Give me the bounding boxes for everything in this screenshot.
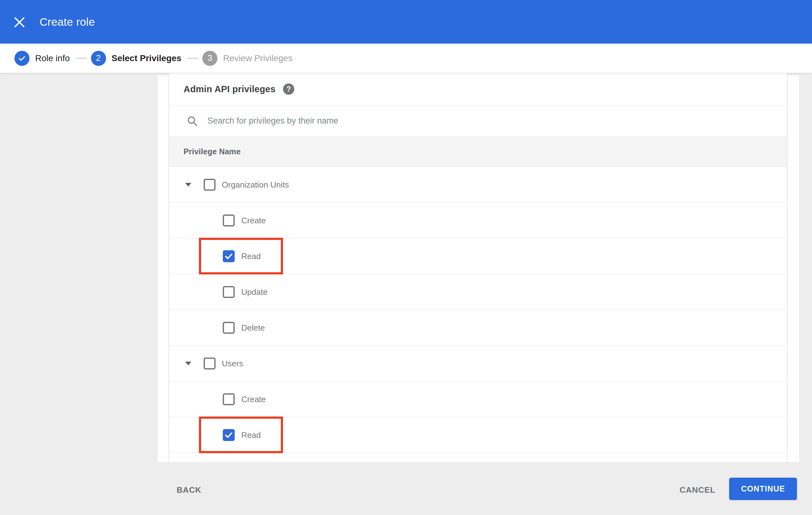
content-sheet: Admin API privileges ? Privilege Name Or… bbox=[158, 73, 799, 462]
privilege-table-body: Organization Units Create Read Update bbox=[169, 167, 787, 453]
privilege-checkbox[interactable] bbox=[223, 322, 235, 334]
cancel-button[interactable]: CANCEL bbox=[676, 483, 719, 497]
dialog-title: Create role bbox=[39, 16, 95, 28]
search-input[interactable] bbox=[207, 116, 647, 126]
privilege-checkbox[interactable] bbox=[223, 286, 235, 298]
card-heading: Admin API privileges ? bbox=[169, 73, 787, 105]
search-icon bbox=[187, 115, 198, 127]
privilege-label: Delete bbox=[241, 323, 265, 332]
privilege-checkbox[interactable] bbox=[223, 250, 235, 262]
collapse-arrow-icon[interactable] bbox=[185, 183, 192, 187]
privilege-checkbox[interactable] bbox=[223, 429, 235, 441]
step-role-info[interactable]: Role info bbox=[14, 51, 70, 66]
continue-button[interactable]: CONTINUE bbox=[729, 478, 797, 500]
step-label: Role info bbox=[35, 53, 70, 63]
privilege-label: Create bbox=[241, 215, 266, 225]
help-icon[interactable]: ? bbox=[283, 84, 294, 95]
collapse-arrow-icon[interactable] bbox=[185, 362, 192, 365]
privilege-checkbox[interactable] bbox=[223, 393, 235, 405]
step-complete-check-icon bbox=[14, 51, 29, 66]
step-label: Review Privileges bbox=[223, 53, 292, 63]
stepper-connector bbox=[187, 58, 198, 59]
privileges-card: Admin API privileges ? Privilege Name Or… bbox=[169, 73, 787, 462]
privilege-label: Create bbox=[241, 394, 266, 404]
step-number: 2 bbox=[91, 51, 106, 66]
privilege-row: Organization Units bbox=[169, 167, 787, 203]
appbar: Create role bbox=[0, 0, 812, 43]
stepper: Role info 2 Select Privileges 3 Review P… bbox=[0, 43, 812, 73]
privilege-label: Update bbox=[241, 287, 268, 297]
section-title: Admin API privileges bbox=[183, 84, 276, 94]
privilege-row: Read bbox=[169, 238, 787, 274]
annotation-highlight-box bbox=[199, 417, 283, 453]
privilege-row: Delete bbox=[169, 310, 787, 345]
table-header-row: Privilege Name bbox=[169, 137, 787, 167]
privilege-row: Create bbox=[169, 203, 787, 238]
privilege-row: Users bbox=[169, 345, 787, 382]
privilege-label: Organization Units bbox=[222, 180, 289, 189]
search-row bbox=[169, 105, 787, 137]
privilege-checkbox[interactable] bbox=[204, 358, 215, 369]
annotation-highlight-box bbox=[199, 238, 283, 274]
step-review-privileges[interactable]: 3 Review Privileges bbox=[202, 51, 292, 66]
privilege-label: Users bbox=[222, 359, 243, 368]
step-select-privileges[interactable]: 2 Select Privileges bbox=[91, 51, 182, 66]
privilege-checkbox[interactable] bbox=[204, 179, 215, 191]
step-label: Select Privileges bbox=[112, 53, 182, 63]
close-icon[interactable] bbox=[13, 16, 26, 29]
stepper-connector bbox=[76, 58, 87, 59]
privilege-label: Read bbox=[241, 430, 261, 440]
privilege-row: Update bbox=[169, 274, 787, 310]
privilege-row: Create bbox=[169, 382, 787, 417]
back-button[interactable]: BACK bbox=[176, 483, 202, 497]
column-header-privilege-name: Privilege Name bbox=[183, 147, 241, 156]
privilege-label: Read bbox=[241, 251, 261, 261]
privilege-checkbox[interactable] bbox=[223, 215, 235, 226]
step-number: 3 bbox=[202, 51, 218, 66]
privilege-row: Read bbox=[169, 417, 787, 453]
